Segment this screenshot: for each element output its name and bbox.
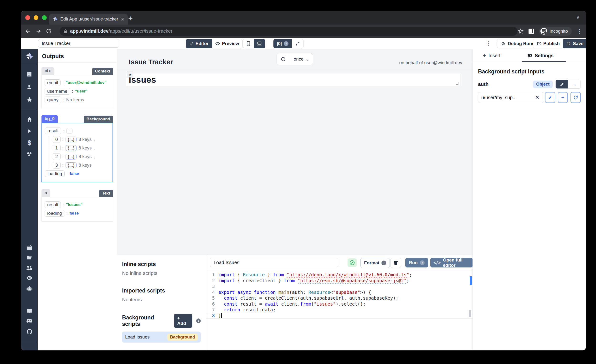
output-row[interactable]: loading : false xyxy=(45,171,110,177)
result-item-row[interactable]: 3:{...}8 keys xyxy=(53,162,110,169)
sidebar-item-groups[interactable] xyxy=(21,265,38,271)
output-tab-a[interactable]: a xyxy=(41,189,50,197)
app-name-input[interactable] xyxy=(38,39,119,48)
text-component[interactable]: a Issues xyxy=(126,74,460,86)
item-index[interactable]: 3 xyxy=(53,162,60,169)
result-item-row[interactable]: 0:{...}8 keys, xyxy=(53,136,110,143)
sidebar-item-user[interactable] xyxy=(21,84,38,90)
sidebar-item-folders[interactable] xyxy=(21,255,38,260)
output-key[interactable]: username xyxy=(45,88,70,95)
resource-input[interactable] xyxy=(478,92,543,103)
refresh-resource-button[interactable] xyxy=(571,92,581,103)
new-tab-button[interactable]: + xyxy=(128,14,133,23)
component-id-chip[interactable]: a xyxy=(127,71,133,77)
output-key[interactable]: result xyxy=(45,201,61,208)
collapse-sidebar-button[interactable]: → xyxy=(21,348,38,350)
output-key[interactable]: query xyxy=(45,97,61,103)
clear-resource-icon[interactable]: ✕ xyxy=(535,95,539,100)
expand-object-chip[interactable]: {...} xyxy=(66,154,77,159)
collapse-toggle[interactable]: - xyxy=(66,128,73,134)
refresh-app-button[interactable] xyxy=(277,53,290,65)
code-line[interactable]: 7 return result.data; xyxy=(206,307,473,313)
expand-object-chip[interactable]: {...} xyxy=(66,162,77,168)
open-full-editor-button[interactable]: </> Open full editor xyxy=(430,258,473,267)
sidebar-item-home[interactable] xyxy=(21,116,38,123)
back-button[interactable] xyxy=(25,28,35,34)
side-panel-icon[interactable] xyxy=(529,29,534,34)
forward-button[interactable] xyxy=(35,28,46,34)
item-index[interactable]: 0 xyxy=(53,136,60,143)
editor-scrollbar-thumb[interactable] xyxy=(469,310,471,317)
output-tab-ctx[interactable]: ctx xyxy=(41,67,54,75)
run-button[interactable]: Run i xyxy=(405,258,428,267)
output-key[interactable]: result xyxy=(45,127,61,134)
code-line[interactable]: 4export async function main(auth: Resour… xyxy=(206,290,473,295)
expand-object-chip[interactable]: {...} xyxy=(66,145,77,151)
sidebar-item-runs[interactable] xyxy=(21,128,38,134)
close-window-button[interactable] xyxy=(25,15,30,20)
output-key[interactable]: email xyxy=(45,79,60,86)
refresh-mode-dropdown[interactable]: once ⌄ xyxy=(290,53,313,65)
sidebar-item-variables[interactable]: $ xyxy=(21,139,38,147)
preview-tab-button[interactable]: Preview xyxy=(212,39,242,48)
add-resource-button[interactable]: + xyxy=(558,92,568,103)
maximize-window-button[interactable] xyxy=(42,15,47,20)
tab-insert[interactable]: + Insert xyxy=(483,49,500,62)
publish-button[interactable]: Publish xyxy=(533,39,564,48)
input-type-badge[interactable]: Object xyxy=(533,81,553,88)
app-canvas[interactable]: Issue Tracker once ⌄ on behalf of user@w… xyxy=(117,49,473,255)
code-editor[interactable]: 1import { Resource } from "https://deno.… xyxy=(206,270,473,350)
resource-picker[interactable]: ✕ xyxy=(478,92,542,103)
code-line[interactable]: 5 const client = createClient(auth.supab… xyxy=(206,295,473,301)
app-menu-button[interactable]: ⋮ xyxy=(485,40,491,47)
address-bar[interactable]: app.windmill.dev/apps/edit/u/user/issue-… xyxy=(60,27,518,36)
bookmark-star-icon[interactable] xyxy=(518,28,524,34)
item-index[interactable]: 1 xyxy=(53,145,60,151)
result-item-row[interactable]: 1:{...}8 keys, xyxy=(53,145,110,151)
output-row[interactable]: result : - xyxy=(45,127,110,134)
sidebar-item-discord[interactable] xyxy=(21,318,38,323)
output-key[interactable]: loading xyxy=(45,171,65,177)
editor-tab-button[interactable]: Editor xyxy=(186,39,212,48)
expand-object-chip[interactable]: {...} xyxy=(66,137,77,142)
output-tab-bg0[interactable]: bg_0 xyxy=(41,115,58,123)
sidebar-item-github[interactable] xyxy=(21,328,38,335)
sidebar-item-resources[interactable] xyxy=(21,151,38,157)
resize-handle[interactable] xyxy=(456,82,458,85)
tab-settings[interactable]: Settings xyxy=(527,49,554,62)
minimize-window-button[interactable] xyxy=(34,15,38,20)
item-index[interactable]: 2 xyxy=(53,153,60,160)
sidebar-item-workspace[interactable] xyxy=(21,71,38,77)
windmill-logo-icon[interactable] xyxy=(21,52,38,60)
tab-search-chevron-icon[interactable]: ∨ xyxy=(576,14,580,20)
connect-mode-button[interactable]: → xyxy=(568,80,581,89)
sidebar-item-workers[interactable] xyxy=(21,285,38,291)
desktop-view-button[interactable] xyxy=(254,39,265,48)
output-row[interactable]: result : "Issues" xyxy=(45,201,110,208)
output-row[interactable]: email : "user@windmill.dev" xyxy=(45,79,110,86)
reload-button[interactable] xyxy=(46,28,56,34)
code-line[interactable]: 6 const result = await client.from("issu… xyxy=(206,301,473,307)
sidebar-item-docs[interactable] xyxy=(21,308,38,314)
browser-menu-button[interactable]: ⋮ xyxy=(576,28,582,35)
output-key[interactable]: loading xyxy=(45,210,64,217)
browser-tab[interactable]: Edit App u/user/issue-tracker | ✕ xyxy=(49,14,128,25)
edit-resource-button[interactable] xyxy=(545,92,555,103)
mobile-view-button[interactable] xyxy=(243,39,254,48)
add-background-script-button[interactable]: + Add xyxy=(174,314,193,328)
result-item-row[interactable]: 2:{...}8 keys, xyxy=(53,153,110,160)
sidebar-item-favorites[interactable] xyxy=(21,96,38,103)
output-row[interactable]: query : No items xyxy=(45,97,110,103)
output-row[interactable]: loading : false xyxy=(45,210,110,217)
output-row[interactable]: username : "user" xyxy=(45,88,110,95)
delete-script-button[interactable] xyxy=(390,258,401,268)
code-line[interactable]: 2import { createClient } from "https://e… xyxy=(206,278,473,284)
tab-close-icon[interactable]: ✕ xyxy=(121,16,124,22)
code-line[interactable]: 1import { Resource } from "https://deno.… xyxy=(206,272,473,278)
background-script-row[interactable]: Load Issues Background xyxy=(122,332,201,342)
format-button[interactable]: Format i xyxy=(360,258,390,268)
debug-runs-button[interactable]: Debug Runs xyxy=(497,39,538,48)
sidebar-item-schedules[interactable] xyxy=(21,245,38,251)
static-mode-button[interactable] xyxy=(556,80,568,89)
hide-outputs-button[interactable]: |0| i xyxy=(273,39,292,48)
